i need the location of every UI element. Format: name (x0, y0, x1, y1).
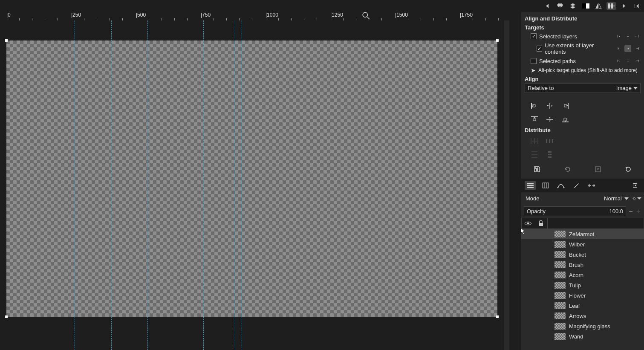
layer-item[interactable]: Arrows (521, 311, 644, 321)
relative-to-value: Image (616, 85, 632, 91)
opacity-value: 100.0 (609, 208, 623, 214)
layer-item[interactable]: Wilber (521, 239, 644, 249)
layer-item[interactable]: Acorn (521, 270, 644, 280)
pivot-center-icon[interactable]: ∙|∙ (624, 58, 631, 64)
align-bottom-button[interactable] (560, 115, 570, 124)
alt-pick-label: Alt-pick target guides (Shift-Alt to add… (538, 67, 638, 73)
layer-name-label: Brush (569, 262, 583, 268)
layer-name-label: Tulip (569, 282, 581, 289)
layer-item[interactable]: Wand (521, 331, 644, 341)
pivot-left-icon[interactable]: ⊦ (615, 45, 622, 52)
delete-icon (593, 165, 603, 174)
ruler-major-tick: |250 (71, 12, 81, 20)
layer-name-label: Arrows (569, 313, 586, 319)
lock-column-icon[interactable] (534, 220, 547, 226)
canvas-handle[interactable] (5, 315, 8, 318)
layers-stack-icon[interactable] (568, 2, 578, 10)
ruler-horizontal[interactable]: |0|250|500|750|1000|1250|1500|1750 (0, 12, 505, 20)
layer-item[interactable]: Magnifying glass (521, 321, 644, 331)
svg-rect-3 (586, 3, 589, 9)
mode-switch-icon[interactable] (632, 194, 641, 203)
visibility-column-icon[interactable] (522, 221, 534, 226)
vertical-guide[interactable] (242, 20, 242, 350)
layer-item[interactable]: Brush (521, 260, 644, 270)
svg-rect-26 (527, 183, 534, 184)
pivot-right-icon[interactable]: ∙⊣ (634, 33, 641, 40)
layer-list[interactable]: ZeMarmotWilberBucketBrushAcornTulipFlowe… (521, 229, 644, 350)
svg-rect-22 (548, 151, 552, 153)
layer-item[interactable]: Tulip (521, 280, 644, 290)
reset-icon[interactable] (624, 165, 633, 174)
vertical-guide[interactable] (235, 20, 235, 350)
layer-thumbnail (554, 251, 566, 258)
layer-mode-row: Mode Normal (521, 192, 644, 205)
layer-thumbnail (554, 302, 566, 309)
ruler-major-tick: |0 (6, 12, 11, 20)
targets-heading: Targets (525, 23, 641, 32)
layer-thumbnail (554, 333, 566, 340)
layers-dock-tabbar (521, 179, 644, 192)
dock-config-icon[interactable] (630, 181, 641, 190)
layer-item[interactable]: Bucket (521, 249, 644, 260)
pivot-left-icon[interactable]: ⊦∙ (615, 33, 622, 40)
layer-name-label: Leaf (569, 303, 580, 309)
canvas-handle[interactable] (496, 39, 499, 42)
dock-config-icon[interactable] (632, 2, 641, 10)
align-left-button[interactable] (530, 101, 539, 110)
pivot-left-icon[interactable]: ⊦∙ (615, 58, 622, 64)
svg-rect-35 (539, 223, 543, 226)
zoom-icon[interactable] (362, 12, 370, 20)
flip-icon[interactable] (594, 2, 603, 10)
gradient-icon[interactable] (581, 2, 590, 10)
svg-point-0 (363, 12, 367, 17)
picker-arrow-icon: ➤ (531, 67, 536, 74)
layer-item[interactable]: Flower (521, 290, 644, 301)
use-extents-label: Use extents of layer contents (545, 42, 612, 55)
vertical-guide[interactable] (147, 20, 148, 350)
layer-name-label: Bucket (569, 252, 586, 258)
vertical-guide[interactable] (75, 20, 75, 350)
canvas-handle[interactable] (5, 39, 8, 42)
canvas-scrollbar[interactable] (504, 20, 509, 350)
layer-thumbnail (554, 231, 566, 237)
distribute-h-gap-button (545, 137, 554, 145)
align-top-button[interactable] (530, 115, 539, 124)
svg-point-32 (557, 187, 559, 188)
layer-item[interactable]: Leaf (521, 301, 644, 311)
layer-item[interactable]: ZeMarmot (521, 229, 644, 239)
align-hcenter-button[interactable] (545, 101, 554, 110)
selected-paths-checkbox[interactable] (531, 58, 537, 64)
layers-tab-icon[interactable] (525, 181, 536, 190)
dock-scroll-right[interactable] (619, 2, 629, 10)
canvas[interactable] (6, 40, 497, 317)
dock-scroll-left[interactable] (543, 2, 552, 10)
opacity-decrease-button[interactable]: − (628, 208, 634, 214)
selected-layers-label: Selected layers (539, 33, 577, 40)
opacity-row: Opacity 100.0 − + (521, 205, 644, 218)
pivot-center-icon[interactable]: ∙|∙ (624, 33, 631, 40)
opacity-slider[interactable]: Opacity 100.0 (524, 206, 626, 216)
opacity-increase-button[interactable]: + (635, 208, 641, 214)
align-right-button[interactable] (560, 101, 570, 110)
pivot-right-icon[interactable]: ∙⊣ (634, 58, 641, 64)
channels-tab-icon[interactable] (540, 181, 551, 190)
undo-icon (563, 165, 572, 174)
pivot-right-icon[interactable]: ⊣ (634, 45, 641, 52)
align-vcenter-button[interactable] (545, 115, 554, 124)
layer-name-label: Flower (569, 292, 586, 299)
undo-history-tab-icon[interactable] (586, 181, 597, 190)
use-extents-checkbox[interactable] (537, 46, 542, 52)
paths-tab-icon[interactable] (555, 181, 566, 190)
pivot-center-icon[interactable]: ▪ (624, 45, 631, 52)
blend-mode-dropdown[interactable]: Mode Normal (524, 194, 630, 203)
selected-layers-checkbox[interactable] (531, 33, 537, 39)
vertical-guide[interactable] (203, 20, 204, 350)
align-distribute-tab-icon[interactable] (606, 2, 616, 10)
brush-tab-icon[interactable] (571, 181, 582, 190)
butterfly-icon[interactable] (555, 2, 565, 10)
relative-to-dropdown[interactable]: Relative to Image (525, 83, 641, 93)
svg-line-1 (367, 17, 370, 19)
canvas-handle[interactable] (496, 315, 499, 318)
vertical-guide[interactable] (111, 20, 112, 350)
save-icon[interactable] (532, 165, 542, 174)
